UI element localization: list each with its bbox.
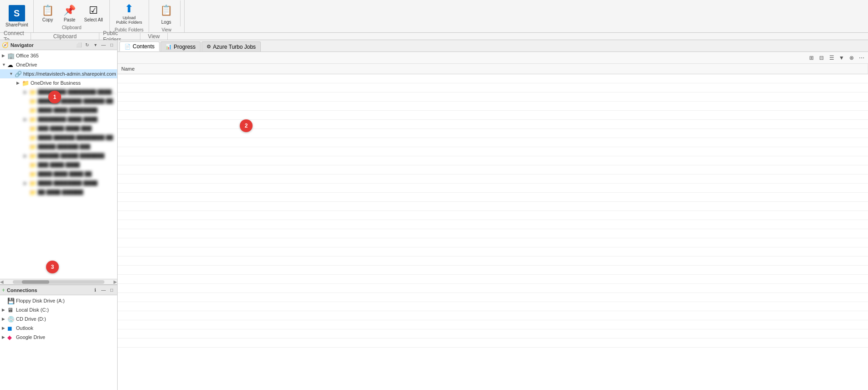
- tree-item-blurred-3[interactable]: 📁 ████ ████ ████████: [0, 106, 117, 115]
- chevron-icon: ▶: [2, 53, 7, 58]
- connect-to-label: Connect To: [0, 33, 31, 40]
- select-all-button[interactable]: ☑ Select All: [81, 3, 105, 24]
- azure-tab-icon: ⚙: [207, 44, 211, 50]
- main-layout: 🧭 Navigator ⬜ ↻ ▾ — □ ▶ 🏢 Office 365: [0, 40, 868, 390]
- upload-label-line2: Public Folders: [116, 20, 142, 25]
- tab-azure-turbo-jobs[interactable]: ⚙ Azure Turbo Jobs: [202, 41, 261, 51]
- connection-local-disk[interactable]: ▶ 🖥 Local Disk (C:): [0, 305, 117, 314]
- select-all-icon: ☑: [89, 5, 98, 16]
- column-name-header: Name: [118, 64, 868, 74]
- connection-google-drive[interactable]: ▶ ◆ Google Drive: [0, 333, 117, 342]
- table-row: [118, 292, 868, 302]
- scrollbar-thumb[interactable]: [22, 280, 49, 284]
- tree-item-blurred-9[interactable]: 📁 ███ ████ ████: [0, 160, 117, 169]
- tab-tool-btn-4[interactable]: ▼: [837, 53, 846, 62]
- tree-item-blurred-11[interactable]: ▶ 📁 ████ ████████ ████: [0, 179, 117, 188]
- table-row: [118, 256, 868, 265]
- tree-item-sharepoint-url[interactable]: ▼ 🔗 https://metavistech-admin.sharepoint…: [0, 69, 117, 78]
- table-row: [118, 174, 868, 183]
- navigator-dropdown-btn[interactable]: ▾: [92, 41, 99, 49]
- content-area[interactable]: Name: [118, 64, 868, 390]
- tree-item-blurred-7[interactable]: 📁 █████ ██████ ███: [0, 142, 117, 151]
- tab-tool-btn-1[interactable]: ⊞: [807, 53, 816, 62]
- logs-icon: 📋: [158, 2, 175, 19]
- navigator-pane: 🧭 Navigator ⬜ ↻ ▾ — □ ▶ 🏢 Office 365: [0, 40, 117, 285]
- tree-item-blurred-4[interactable]: ▶ 📁 ████████ ████ ████: [0, 115, 117, 124]
- view-group: 📋 Logs View: [149, 0, 185, 32]
- chevron-icon: ▶: [2, 317, 7, 321]
- table-row: [118, 238, 868, 247]
- sharepoint-url-icon: 🔗: [15, 71, 22, 77]
- connections-maximize-btn[interactable]: □: [108, 287, 115, 294]
- table-row: [118, 138, 868, 147]
- table-row: [118, 302, 868, 311]
- content-table: Name: [118, 64, 868, 348]
- view-section-label: View: [140, 33, 168, 40]
- copy-label: Copy: [42, 17, 53, 22]
- upload-public-folders-button[interactable]: ⬆ Upload Public Folders: [114, 0, 145, 26]
- connections-tree: 💾 Floppy Disk Drive (A:) ▶ 🖥 Local Disk …: [0, 295, 117, 390]
- table-row: [118, 274, 868, 283]
- paste-icon: 📌: [63, 5, 76, 16]
- tree-item-blurred-5[interactable]: 📁 ███ ████ ████ ███: [0, 124, 117, 133]
- copy-button[interactable]: 📋 Copy: [37, 3, 57, 24]
- table-row: [118, 220, 868, 229]
- table-row: [118, 183, 868, 192]
- table-row: [118, 247, 868, 256]
- tree-item-onedrive[interactable]: ▼ ☁ OneDrive: [0, 60, 117, 69]
- tree-item-blurred-6[interactable]: 📁 ████ ██████ ████████ ██: [0, 133, 117, 142]
- table-row: [118, 165, 868, 174]
- cd-drive-icon: 💿: [7, 316, 15, 323]
- navigator-hscrollbar[interactable]: ◀ ▶: [0, 279, 117, 284]
- tree-item-office365[interactable]: ▶ 🏢 Office 365: [0, 51, 117, 60]
- sharepoint-button[interactable]: S SharePoint: [0, 0, 34, 32]
- tab-tool-btn-6[interactable]: ⋯: [857, 53, 866, 62]
- paste-button[interactable]: 📌 Paste: [59, 3, 79, 24]
- scroll-right-btn[interactable]: ▶: [114, 279, 117, 284]
- navigator-title: Navigator: [10, 42, 73, 48]
- table-row: [118, 329, 868, 338]
- table-row: [118, 229, 868, 238]
- tree-sharepoint-url-label: https://metavistech-admin.sharepoint.com: [23, 71, 116, 77]
- connection-floppy[interactable]: 💾 Floppy Disk Drive (A:): [0, 296, 117, 305]
- tree-item-blurred-1[interactable]: ▶ 📁 ████████ ████████ ████████: [0, 87, 117, 97]
- floppy-icon: 💾: [7, 298, 15, 304]
- clipboard-group: 📋 Copy 📌 Paste ☑ Select All Clipboard: [34, 0, 109, 32]
- scrollbar-track[interactable]: [13, 280, 104, 284]
- tree-item-blurred-2[interactable]: 📁 ██████ ██████ ██████ ██: [0, 97, 117, 106]
- scroll-left-btn[interactable]: ◀: [0, 279, 4, 284]
- upload-label-line1: Upload: [123, 15, 136, 20]
- chevron-icon: ▼: [2, 62, 7, 67]
- tree-item-blurred-10[interactable]: 📁 ████ ████ ████ ██: [0, 169, 117, 179]
- public-folders-section-label: Public Folders: [99, 33, 140, 40]
- navigator-minimize-btn[interactable]: —: [100, 41, 107, 49]
- table-row: [118, 156, 868, 165]
- connections-info-btn[interactable]: ℹ: [92, 287, 99, 294]
- onedrive-icon: ☁: [7, 62, 15, 68]
- select-all-label: Select All: [84, 17, 103, 22]
- tree-onedrive-business-label: OneDrive for Business: [31, 80, 81, 86]
- connections-title: Connections: [7, 287, 90, 293]
- tab-toolbar: ⊞ ⊟ ☰ ▼ ⊗ ⋯: [118, 52, 868, 64]
- navigator-restore-btn[interactable]: ⬜: [75, 41, 83, 49]
- chevron-icon: ▶: [16, 81, 22, 85]
- tree-item-blurred-12[interactable]: 📁 ██ ████ ██████: [0, 188, 117, 197]
- connection-cd-drive[interactable]: ▶ 💿 CD Drive (D:): [0, 314, 117, 323]
- tab-tool-btn-3[interactable]: ☰: [827, 53, 836, 62]
- connections-icon: +: [2, 287, 5, 293]
- progress-tab-label: Progress: [174, 44, 196, 50]
- tab-contents[interactable]: 📄 Contents: [119, 41, 160, 51]
- table-row: [118, 110, 868, 119]
- tree-item-onedrive-business[interactable]: ▶ 📁 OneDrive for Business: [0, 78, 117, 87]
- tree-item-blurred-8[interactable]: ▶ 📁 ██████ █████ ███████: [0, 151, 117, 160]
- tab-progress[interactable]: 📊 Progress: [160, 41, 201, 51]
- tab-tool-btn-5[interactable]: ⊗: [847, 53, 856, 62]
- navigator-refresh-btn[interactable]: ↻: [83, 41, 91, 49]
- connection-outlook[interactable]: ▶ ◼ Outlook: [0, 323, 117, 333]
- logs-button[interactable]: 📋 Logs: [153, 0, 181, 26]
- connections-minimize-btn[interactable]: —: [100, 287, 107, 294]
- tab-tool-btn-2[interactable]: ⊟: [817, 53, 826, 62]
- logs-label: Logs: [161, 20, 171, 25]
- navigator-maximize-btn[interactable]: □: [108, 41, 115, 49]
- table-row: [118, 119, 868, 128]
